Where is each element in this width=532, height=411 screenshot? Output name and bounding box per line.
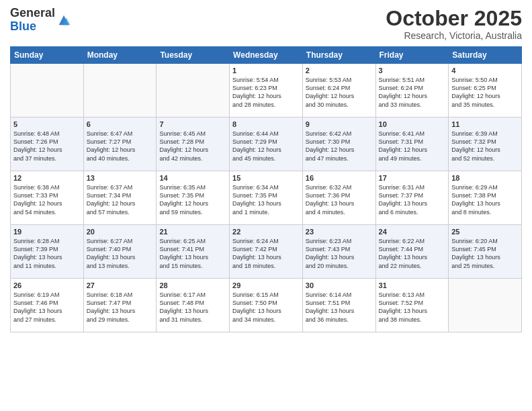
day-number: 29 [232, 281, 300, 289]
day-number: 14 [159, 174, 226, 182]
day-number: 13 [87, 174, 154, 182]
calendar-cell-w5-d2: 28Sunrise: 6:17 AM Sunset: 7:48 PM Dayli… [157, 279, 230, 332]
calendar-cell-w2-d5: 10Sunrise: 6:41 AM Sunset: 7:31 PM Dayli… [375, 118, 449, 171]
day-number: 21 [159, 228, 226, 236]
day-number: 22 [232, 228, 300, 236]
day-number: 23 [306, 228, 373, 236]
calendar-cell-w3-d3: 15Sunrise: 6:34 AM Sunset: 7:35 PM Dayli… [230, 171, 303, 225]
day-number: 25 [451, 228, 519, 236]
day-number: 15 [232, 174, 300, 182]
day-info: Sunrise: 6:45 AM Sunset: 7:28 PM Dayligh… [159, 130, 226, 163]
calendar-cell-w1-d3: 1Sunrise: 5:54 AM Sunset: 6:23 PM Daylig… [230, 64, 303, 118]
day-number: 3 [379, 66, 446, 75]
day-info: Sunrise: 6:15 AM Sunset: 7:50 PM Dayligh… [232, 291, 300, 324]
day-info: Sunrise: 6:48 AM Sunset: 7:26 PM Dayligh… [13, 130, 81, 163]
day-info: Sunrise: 5:50 AM Sunset: 6:25 PM Dayligh… [451, 76, 519, 109]
calendar-cell-w1-d0 [11, 64, 84, 118]
title-block: October 2025 Research, Victoria, Austral… [386, 7, 522, 41]
week-row-3: 12Sunrise: 6:38 AM Sunset: 7:33 PM Dayli… [11, 171, 522, 225]
day-number: 20 [87, 228, 154, 236]
calendar-cell-w2-d6: 11Sunrise: 6:39 AM Sunset: 7:32 PM Dayli… [449, 118, 522, 171]
day-info: Sunrise: 6:19 AM Sunset: 7:46 PM Dayligh… [13, 291, 81, 324]
calendar-cell-w1-d2 [157, 64, 230, 118]
calendar-cell-w5-d1: 27Sunrise: 6:18 AM Sunset: 7:47 PM Dayli… [83, 279, 157, 332]
day-number: 7 [159, 120, 226, 128]
day-number: 28 [159, 281, 226, 289]
calendar-cell-w5-d0: 26Sunrise: 6:19 AM Sunset: 7:46 PM Dayli… [11, 279, 84, 332]
day-number: 16 [306, 174, 373, 182]
day-info: Sunrise: 6:42 AM Sunset: 7:30 PM Dayligh… [306, 130, 373, 163]
day-info: Sunrise: 6:14 AM Sunset: 7:51 PM Dayligh… [306, 291, 373, 324]
day-info: Sunrise: 6:47 AM Sunset: 7:27 PM Dayligh… [87, 130, 154, 163]
calendar-cell-w3-d6: 18Sunrise: 6:29 AM Sunset: 7:38 PM Dayli… [449, 171, 522, 225]
day-info: Sunrise: 5:54 AM Sunset: 6:23 PM Dayligh… [232, 76, 300, 109]
day-info: Sunrise: 6:20 AM Sunset: 7:45 PM Dayligh… [451, 237, 519, 270]
day-info: Sunrise: 6:24 AM Sunset: 7:42 PM Dayligh… [232, 237, 300, 270]
day-info: Sunrise: 6:37 AM Sunset: 7:34 PM Dayligh… [87, 183, 154, 216]
day-number: 9 [306, 120, 373, 128]
day-number: 19 [13, 228, 81, 236]
calendar-cell-w1-d5: 3Sunrise: 5:51 AM Sunset: 6:24 PM Daylig… [375, 64, 449, 118]
day-number: 5 [13, 120, 81, 128]
week-row-4: 19Sunrise: 6:28 AM Sunset: 7:39 PM Dayli… [11, 225, 522, 279]
day-number: 2 [306, 66, 373, 75]
day-info: Sunrise: 5:51 AM Sunset: 6:24 PM Dayligh… [379, 76, 446, 109]
calendar-cell-w3-d0: 12Sunrise: 6:38 AM Sunset: 7:33 PM Dayli… [11, 171, 84, 225]
day-info: Sunrise: 6:27 AM Sunset: 7:40 PM Dayligh… [87, 237, 154, 270]
page-header: General Blue October 2025 Research, Vict… [10, 7, 522, 41]
header-saturday: Saturday [449, 47, 522, 64]
day-info: Sunrise: 6:23 AM Sunset: 7:43 PM Dayligh… [306, 237, 373, 270]
day-info: Sunrise: 5:53 AM Sunset: 6:24 PM Dayligh… [306, 76, 373, 109]
day-info: Sunrise: 6:38 AM Sunset: 7:33 PM Dayligh… [13, 183, 81, 216]
day-info: Sunrise: 6:28 AM Sunset: 7:39 PM Dayligh… [13, 237, 81, 270]
day-info: Sunrise: 6:22 AM Sunset: 7:44 PM Dayligh… [379, 237, 446, 270]
calendar-cell-w5-d5: 31Sunrise: 6:13 AM Sunset: 7:52 PM Dayli… [375, 279, 449, 332]
day-info: Sunrise: 6:17 AM Sunset: 7:48 PM Dayligh… [159, 291, 226, 324]
location-subtitle: Research, Victoria, Australia [386, 30, 522, 41]
calendar-cell-w2-d3: 8Sunrise: 6:44 AM Sunset: 7:29 PM Daylig… [230, 118, 303, 171]
day-number: 30 [306, 281, 373, 289]
week-row-1: 1Sunrise: 5:54 AM Sunset: 6:23 PM Daylig… [11, 64, 522, 118]
calendar-cell-w5-d3: 29Sunrise: 6:15 AM Sunset: 7:50 PM Dayli… [230, 279, 303, 332]
calendar-cell-w1-d4: 2Sunrise: 5:53 AM Sunset: 6:24 PM Daylig… [302, 64, 375, 118]
day-info: Sunrise: 6:34 AM Sunset: 7:35 PM Dayligh… [232, 183, 300, 216]
week-row-5: 26Sunrise: 6:19 AM Sunset: 7:46 PM Dayli… [11, 279, 522, 332]
calendar-cell-w5-d4: 30Sunrise: 6:14 AM Sunset: 7:51 PM Dayli… [302, 279, 375, 332]
calendar-cell-w3-d1: 13Sunrise: 6:37 AM Sunset: 7:34 PM Dayli… [83, 171, 157, 225]
calendar-cell-w2-d4: 9Sunrise: 6:42 AM Sunset: 7:30 PM Daylig… [302, 118, 375, 171]
day-number: 6 [87, 120, 154, 128]
day-info: Sunrise: 6:29 AM Sunset: 7:38 PM Dayligh… [451, 183, 519, 216]
calendar-page: General Blue October 2025 Research, Vict… [0, 0, 532, 411]
day-number: 1 [232, 66, 300, 75]
header-monday: Monday [83, 47, 157, 64]
calendar-cell-w2-d1: 6Sunrise: 6:47 AM Sunset: 7:27 PM Daylig… [83, 118, 157, 171]
day-info: Sunrise: 6:35 AM Sunset: 7:35 PM Dayligh… [159, 183, 226, 216]
calendar-cell-w1-d6: 4Sunrise: 5:50 AM Sunset: 6:25 PM Daylig… [449, 64, 522, 118]
logo: General Blue [10, 7, 71, 34]
day-info: Sunrise: 6:39 AM Sunset: 7:32 PM Dayligh… [451, 130, 519, 163]
calendar-cell-w4-d1: 20Sunrise: 6:27 AM Sunset: 7:40 PM Dayli… [83, 225, 157, 279]
calendar-table: Sunday Monday Tuesday Wednesday Thursday… [10, 46, 522, 332]
day-number: 8 [232, 120, 300, 128]
calendar-cell-w2-d2: 7Sunrise: 6:45 AM Sunset: 7:28 PM Daylig… [157, 118, 230, 171]
day-number: 27 [87, 281, 154, 289]
calendar-cell-w4-d2: 21Sunrise: 6:25 AM Sunset: 7:41 PM Dayli… [157, 225, 230, 279]
day-number: 18 [451, 174, 519, 182]
header-tuesday: Tuesday [157, 47, 230, 64]
day-number: 24 [379, 228, 446, 236]
calendar-cell-w4-d3: 22Sunrise: 6:24 AM Sunset: 7:42 PM Dayli… [230, 225, 303, 279]
weekday-header-row: Sunday Monday Tuesday Wednesday Thursday… [11, 47, 522, 64]
calendar-cell-w4-d0: 19Sunrise: 6:28 AM Sunset: 7:39 PM Dayli… [11, 225, 84, 279]
calendar-cell-w4-d4: 23Sunrise: 6:23 AM Sunset: 7:43 PM Dayli… [302, 225, 375, 279]
calendar-cell-w3-d5: 17Sunrise: 6:31 AM Sunset: 7:37 PM Dayli… [375, 171, 449, 225]
month-title: October 2025 [386, 7, 522, 30]
header-friday: Friday [375, 47, 449, 64]
week-row-2: 5Sunrise: 6:48 AM Sunset: 7:26 PM Daylig… [11, 118, 522, 171]
day-number: 12 [13, 174, 81, 182]
day-number: 11 [451, 120, 519, 128]
calendar-cell-w4-d6: 25Sunrise: 6:20 AM Sunset: 7:45 PM Dayli… [449, 225, 522, 279]
calendar-cell-w3-d4: 16Sunrise: 6:32 AM Sunset: 7:36 PM Dayli… [302, 171, 375, 225]
calendar-cell-w2-d0: 5Sunrise: 6:48 AM Sunset: 7:26 PM Daylig… [11, 118, 84, 171]
calendar-cell-w3-d2: 14Sunrise: 6:35 AM Sunset: 7:35 PM Dayli… [157, 171, 230, 225]
day-number: 10 [379, 120, 446, 128]
